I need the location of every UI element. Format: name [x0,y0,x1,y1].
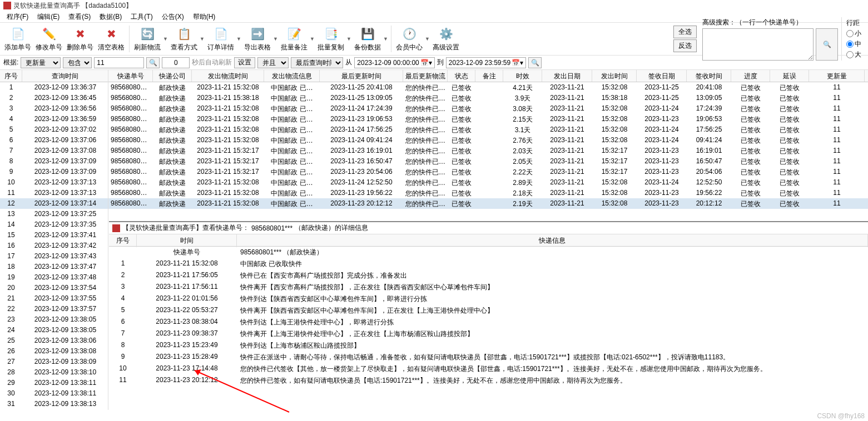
table-row[interactable]: 252023-12-09 13:38:06 [0,335,108,346]
menu-item[interactable]: 公告(X) [158,12,187,21]
table-row[interactable]: 132023-12-09 13:37:25 [0,209,108,219]
table-row[interactable]: 985680801…邮政快递2023-11-21 15:32:08中国邮政 已…… [108,103,868,114]
filter-field-select[interactable]: 更新量 [21,57,61,68]
filter-op-select[interactable]: 包含 [63,57,92,68]
table-row[interactable]: 985680801…邮政快递2023-11-21 15:32:08中国邮政 已…… [108,198,868,209]
viewmode-button[interactable]: 📋查看方式 [168,23,200,54]
add-button[interactable]: 📄添加单号 [2,23,33,54]
table-row[interactable]: 172023-12-09 13:37:43 [0,251,108,262]
filter-time-field-select[interactable]: 最后查询时间 [291,57,343,68]
table-row[interactable]: 985680801…邮政快递2023-11-21 15:32:17中国邮政 已…… [108,167,868,177]
detail-row[interactable]: 32023-11-21 17:56:11快件离开【西安市高科广场揽投部】，正在发… [109,282,868,293]
table-row[interactable]: 52023-12-09 13:37:02 [0,124,108,135]
export-dropdown[interactable]: ▼ [273,23,279,54]
table-row[interactable]: 32023-12-09 13:36:56 [0,103,108,114]
table-row[interactable]: 62023-12-09 13:37:06 [0,135,108,146]
detail-row[interactable]: 42023-11-22 01:01:56快件到达【陕西省西安邮区中心草滩包件车间… [109,293,868,305]
menu-item[interactable]: 程序(F) [3,12,32,21]
filter-count-input[interactable] [162,57,190,68]
member-button[interactable]: 🕐会员中心 [394,23,425,54]
col-header[interactable]: 延误 [770,70,809,82]
row-spacing-medium[interactable]: 中 [846,39,861,49]
table-row[interactable]: 262023-12-09 13:38:08 [0,346,108,357]
col-header[interactable]: 序号 [0,70,22,82]
table-row[interactable]: 272023-12-09 13:38:09 [0,357,108,367]
select-all-button[interactable]: 全选 [673,26,697,38]
table-row[interactable]: 222023-12-09 13:37:57 [0,304,108,314]
table-row[interactable]: 202023-12-09 13:37:54 [0,283,108,293]
menu-item[interactable]: 帮助(H) [190,12,219,21]
table-row[interactable]: 985680801…邮政快递2023-11-21 15:32:08中国邮政 已…… [108,124,868,135]
detail-row[interactable]: 52023-11-22 05:53:27快件离开【陕西省西安邮区中心草滩包件车间… [109,305,868,317]
table-row[interactable]: 232023-12-09 13:38:05 [0,314,108,325]
table-row[interactable]: 12023-12-09 13:36:37 [0,82,108,93]
member-dropdown[interactable]: ▼ [425,23,430,54]
export-button[interactable]: ➡️导出表格 [242,23,273,54]
table-row[interactable]: 985680801…邮政快递2023-11-21 15:32:17中国邮政 已…… [108,156,868,167]
row-spacing-small[interactable]: 小 [846,29,861,38]
adv-search-input[interactable] [702,28,814,61]
table-row[interactable]: 92023-12-09 13:37:09 [0,167,108,177]
batchnote-button[interactable]: 📝批量备注 [279,23,310,54]
table-row[interactable]: 312023-12-09 13:38:13 [0,399,108,409]
detail-row[interactable]: 102023-11-23 17:14:48您的快件已代签收【其他，放一楼货架上了… [109,363,868,375]
invert-select-button[interactable]: 反选 [673,39,697,52]
col-header[interactable]: 查询时间 [22,70,108,82]
col-header[interactable]: 进度 [731,70,770,82]
col-header[interactable]: 签收日期 [637,70,687,82]
batchcopy-dropdown[interactable]: ▼ [346,23,352,54]
col-header[interactable]: 发出日期 [542,70,592,82]
table-row[interactable]: 72023-12-09 13:37:08 [0,146,108,156]
detail-row[interactable]: 82023-11-23 15:23:49快件到达【上海市杨浦区鞍山路揽投部】 [109,340,868,352]
to-datetime[interactable]: 2023-12-09 23:59:59📅▾ [446,57,526,68]
col-header[interactable]: 状态 [448,70,475,82]
refresh-dropdown[interactable]: ▼ [163,23,168,54]
table-row[interactable]: 985680801…邮政快递2023-11-21 15:32:08中国邮政 已…… [108,188,868,198]
filter-value-input[interactable] [94,57,144,68]
col-header[interactable]: 备注 [475,70,503,82]
col-header[interactable]: 最后更新物流 [403,70,448,82]
filter-search-button[interactable]: 🔍 [146,57,160,68]
col-header[interactable]: 快递单号 [108,70,153,82]
delete-button[interactable]: ✖删除单号 [65,23,96,54]
table-row[interactable]: 42023-12-09 13:36:59 [0,114,108,124]
col-header[interactable]: 发出物流时间 [192,70,264,82]
table-row[interactable]: 242023-12-09 13:38:05 [0,325,108,335]
table-row[interactable]: 292023-12-09 13:38:11 [0,378,108,388]
col-header[interactable]: 更新量 [809,70,865,82]
col-header[interactable]: 快递公司 [153,70,192,82]
detail-row[interactable]: 12023-11-21 15:32:08中国邮政 已收取快件 [109,258,868,270]
table-row[interactable]: 212023-12-09 13:37:55 [0,293,108,304]
col-header[interactable]: 最后更新时间 [320,70,403,82]
table-row[interactable]: 282023-12-09 13:38:10 [0,367,108,378]
table-row[interactable]: 192023-12-09 13:37:48 [0,272,108,283]
filter-and-select[interactable]: 并且 ▾ [257,57,289,68]
table-row[interactable]: 22023-12-09 13:36:45 [0,93,108,103]
col-header[interactable]: 发出时间 [592,70,637,82]
viewmode-dropdown[interactable]: ▼ [200,23,205,54]
table-row[interactable]: 152023-12-09 13:37:41 [0,230,108,240]
settings-button[interactable]: 设置 [234,57,255,68]
settings-button[interactable]: ⚙️高级设置 [430,23,462,54]
row-spacing-large[interactable]: 大 [846,50,861,59]
menu-item[interactable]: 数据(B) [96,12,125,21]
table-row[interactable]: 302023-12-09 13:38:11 [0,388,108,399]
detail-row[interactable]: 22023-11-21 17:56:05快件已在【西安市高科广场揽投部】完成分拣… [109,270,868,282]
table-row[interactable]: 82023-12-09 13:37:09 [0,156,108,167]
col-header[interactable]: 时效 [503,70,542,82]
table-row[interactable]: 985680801…邮政快递2023-11-21 15:32:08中国邮政 已…… [108,82,868,93]
table-row[interactable]: 985680801…邮政快递2023-11-21 15:32:08中国邮政 已…… [108,177,868,188]
table-row[interactable]: 122023-12-09 13:37:14 [0,198,108,209]
edit-button[interactable]: ✏️修改单号 [33,23,65,54]
table-row[interactable]: 985680801…邮政快递2023-11-21 15:38:18中国邮政 已…… [108,93,868,103]
detail-button[interactable]: 📄订单详情 [205,23,236,54]
menu-item[interactable]: 查看(S) [65,12,94,21]
table-row[interactable]: 112023-12-09 13:37:13 [0,188,108,198]
table-row[interactable]: 102023-12-09 13:37:13 [0,177,108,188]
backup-dropdown[interactable]: ▼ [383,23,389,54]
table-row[interactable]: 182023-12-09 13:37:47 [0,262,108,272]
col-header[interactable]: 发出物流信息 [264,70,320,82]
table-row[interactable]: 985680801…邮政快递2023-11-21 15:32:08中国邮政 已…… [108,114,868,124]
from-datetime[interactable]: 2023-12-09 00:00:00📅▾ [354,57,434,68]
table-row[interactable]: 985680801…邮政快递2023-11-21 15:32:17中国邮政 已…… [108,146,868,156]
